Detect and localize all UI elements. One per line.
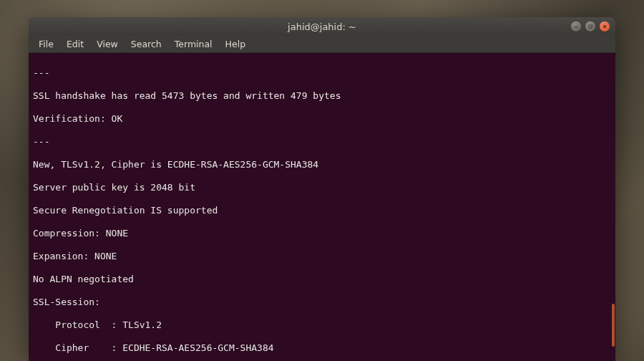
maximize-button[interactable] bbox=[585, 21, 595, 32]
close-button[interactable] bbox=[600, 21, 610, 32]
terminal-line: Verification: OK bbox=[33, 113, 611, 125]
window-titlebar[interactable]: jahid@jahid: ~ bbox=[29, 17, 615, 36]
menu-view[interactable]: View bbox=[91, 37, 124, 51]
terminal-line: Compression: NONE bbox=[33, 228, 611, 239]
terminal-line: New, TLSv1.2, Cipher is ECDHE-RSA-AES256… bbox=[33, 159, 611, 170]
menu-terminal[interactable]: Terminal bbox=[169, 37, 218, 51]
terminal-window: jahid@jahid: ~ File Edit View Search Ter… bbox=[29, 17, 615, 361]
terminal-line: SSL-Session: bbox=[33, 297, 611, 308]
terminal-line: Cipher : ECDHE-RSA-AES256-GCM-SHA384 bbox=[33, 342, 611, 354]
terminal-line: Server public key is 2048 bit bbox=[33, 182, 611, 193]
terminal-content[interactable]: --- SSL handshake has read 5473 bytes an… bbox=[29, 53, 615, 361]
terminal-line: Secure Renegotiation IS supported bbox=[33, 205, 611, 216]
menu-search[interactable]: Search bbox=[125, 37, 167, 51]
menu-edit[interactable]: Edit bbox=[61, 37, 89, 51]
window-controls bbox=[571, 21, 610, 32]
menu-file[interactable]: File bbox=[33, 37, 59, 51]
svg-rect-1 bbox=[589, 25, 592, 28]
terminal-line: Protocol : TLSv1.2 bbox=[33, 319, 611, 331]
menubar: File Edit View Search Terminal Help bbox=[29, 36, 615, 53]
maximize-icon bbox=[587, 24, 593, 29]
minimize-button[interactable] bbox=[571, 21, 581, 32]
terminal-line: Expansion: NONE bbox=[33, 251, 611, 262]
terminal-line: --- bbox=[33, 136, 611, 148]
menu-help[interactable]: Help bbox=[220, 37, 252, 51]
terminal-line: --- bbox=[33, 67, 611, 79]
desktop-background: jahid@jahid: ~ File Edit View Search Ter… bbox=[0, 0, 644, 361]
terminal-line: No ALPN negotiated bbox=[33, 274, 611, 285]
terminal-scrollbar-thumb[interactable] bbox=[612, 304, 615, 347]
minimize-icon bbox=[573, 24, 579, 29]
window-title: jahid@jahid: ~ bbox=[29, 21, 615, 32]
terminal-line: SSL handshake has read 5473 bytes and wr… bbox=[33, 90, 611, 102]
close-icon bbox=[602, 24, 608, 29]
